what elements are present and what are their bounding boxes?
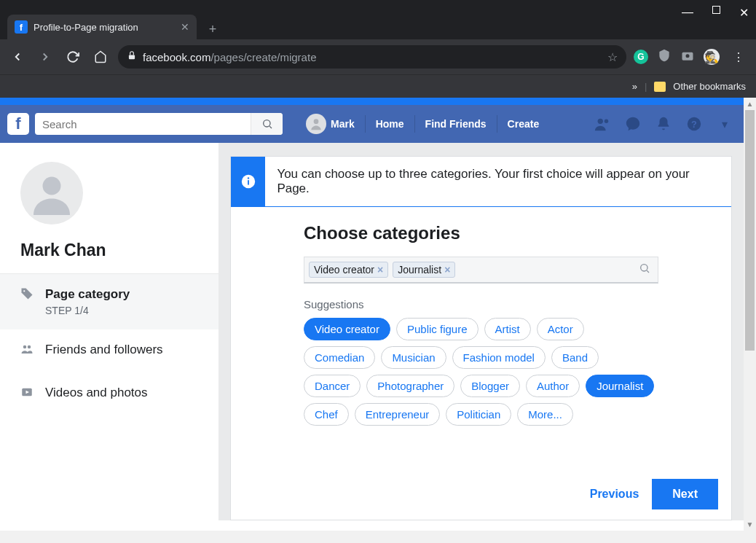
next-button[interactable]: Next [652, 479, 718, 509]
suggestion-chip[interactable]: Fashion model [452, 346, 546, 369]
sidebar-item-label: Videos and photos [45, 386, 148, 399]
sidebar-item-page-category[interactable]: Page categorySTEP 1/4 [0, 274, 218, 329]
forward-button[interactable] [35, 47, 55, 67]
window-maximize-icon[interactable] [712, 6, 720, 14]
card-footer: Previous Next [590, 479, 718, 509]
folder-icon [654, 82, 666, 92]
notifications-icon[interactable] [655, 115, 672, 133]
info-text: You can choose up to three categories. Y… [265, 157, 731, 206]
svg-point-6 [598, 119, 603, 124]
fb-search-bar[interactable] [35, 113, 283, 135]
facebook-header: f Mark Home Find Friends Create ? ▾ [0, 105, 744, 143]
fb-nav: Mark Home Find Friends Create [296, 114, 549, 134]
previous-button[interactable]: Previous [590, 488, 639, 501]
facebook-favicon-icon: f [15, 20, 28, 34]
home-button[interactable] [90, 47, 111, 67]
suggestion-chip[interactable]: Chef [304, 403, 349, 426]
svg-point-3 [263, 120, 269, 127]
svg-point-19 [641, 265, 647, 271]
suggestion-chip[interactable]: Public figure [396, 318, 479, 340]
nav-profile-link[interactable]: Mark [296, 114, 365, 134]
fb-header-icons: ? ▾ [594, 115, 733, 133]
window-close-icon[interactable]: ✕ [739, 6, 749, 20]
suggestion-chip[interactable]: Entrepreneur [355, 403, 441, 426]
svg-line-20 [647, 270, 649, 273]
svg-point-10 [43, 177, 61, 195]
fb-blue-stripe [0, 98, 744, 105]
camera-icon[interactable] [680, 48, 695, 66]
svg-point-11 [23, 290, 25, 292]
messenger-icon[interactable] [624, 115, 642, 133]
back-button[interactable] [7, 47, 28, 67]
vertical-scrollbar[interactable]: ▲ ▼ [744, 98, 756, 543]
scroll-thumb[interactable] [745, 110, 755, 351]
facebook-logo-icon[interactable]: f [7, 113, 29, 135]
incognito-icon[interactable]: 🕵️ [704, 49, 720, 65]
category-card: You can choose up to three categories. Y… [230, 156, 732, 520]
star-icon[interactable]: ☆ [607, 50, 618, 64]
nav-create[interactable]: Create [497, 115, 550, 133]
sidebar-step-label: STEP 1/4 [45, 305, 130, 316]
shield-icon[interactable] [657, 48, 672, 66]
svg-text:?: ? [691, 119, 697, 130]
browser-tab[interactable]: f Profile-to-Page migration ✕ [7, 15, 197, 39]
suggestion-chip[interactable]: Author [526, 375, 580, 397]
browser-toolbar: facebook.com/pages/create/migrate ☆ G 🕵️… [0, 39, 756, 74]
category-input[interactable]: Video creator× Journalist× [304, 257, 658, 284]
tab-title: Profile-to-Page migration [34, 22, 175, 33]
tab-close-icon[interactable]: ✕ [181, 21, 189, 33]
other-bookmarks-button[interactable]: Other bookmarks [673, 81, 746, 92]
grammarly-icon[interactable]: G [634, 50, 648, 64]
svg-point-18 [247, 177, 248, 179]
people-icon [20, 343, 35, 359]
svg-line-4 [269, 126, 272, 128]
tag-icon [20, 287, 35, 316]
suggestion-chip[interactable]: Politician [446, 403, 511, 426]
suggestion-chip[interactable]: Photographer [366, 375, 454, 397]
info-banner: You can choose up to three categories. Y… [231, 157, 731, 207]
svg-point-12 [23, 345, 27, 349]
new-tab-button[interactable]: + [202, 19, 223, 39]
sidebar-item-videos-photos[interactable]: Videos and photos [0, 372, 218, 415]
suggestions-section: Suggestions Video creatorPublic figureAr… [304, 298, 658, 426]
reload-button[interactable] [63, 47, 83, 67]
account-menu-icon[interactable]: ▾ [716, 115, 733, 133]
chip-remove-icon[interactable]: × [444, 264, 450, 276]
scroll-up-icon[interactable]: ▲ [744, 98, 756, 110]
suggestion-chip[interactable]: Artist [484, 318, 531, 340]
sidebar-item-friends-followers[interactable]: Friends and followers [0, 329, 218, 372]
svg-point-7 [605, 120, 609, 124]
svg-point-13 [28, 345, 31, 349]
browser-menu-button[interactable]: ⋮ [728, 47, 749, 67]
nav-profile-name: Mark [331, 115, 355, 133]
suggestion-chip[interactable]: Musician [381, 346, 446, 369]
url-text: facebook.com/pages/create/migrate [143, 51, 316, 63]
suggestion-chip[interactable]: Video creator [304, 318, 390, 340]
suggestion-chip[interactable]: Band [551, 346, 599, 369]
chip-remove-icon[interactable]: × [377, 264, 383, 276]
suggestion-chip[interactable]: More... [517, 403, 573, 426]
window-minimize-icon[interactable]: — [682, 6, 693, 20]
help-icon[interactable]: ? [685, 115, 703, 133]
scroll-down-icon[interactable]: ▼ [744, 518, 756, 531]
search-button[interactable] [251, 113, 283, 135]
svg-point-2 [686, 54, 690, 58]
address-bar[interactable]: facebook.com/pages/create/migrate ☆ [118, 45, 626, 69]
sidebar-item-label: Page category [45, 287, 130, 301]
suggestion-chip[interactable]: Blogger [460, 375, 520, 397]
bookmarks-overflow-icon[interactable]: » [632, 81, 637, 92]
search-icon[interactable] [639, 262, 650, 277]
suggestion-chip[interactable]: Journalist [586, 375, 654, 397]
suggestion-chip[interactable]: Comedian [304, 346, 375, 369]
suggestion-chip[interactable]: Actor [537, 318, 584, 340]
suggestion-chips: Video creatorPublic figureArtistActorCom… [304, 318, 658, 426]
nav-home[interactable]: Home [365, 115, 414, 133]
friend-requests-icon[interactable] [594, 115, 611, 133]
suggestion-chip[interactable]: Dancer [304, 375, 361, 397]
sidebar-profile: Mark Chan [0, 143, 218, 274]
search-input[interactable] [42, 118, 251, 130]
nav-find-friends[interactable]: Find Friends [414, 115, 497, 133]
extension-area: G 🕵️ ⋮ [634, 47, 749, 67]
horizontal-scrollbar[interactable] [0, 531, 744, 543]
suggestions-label: Suggestions [304, 298, 658, 310]
